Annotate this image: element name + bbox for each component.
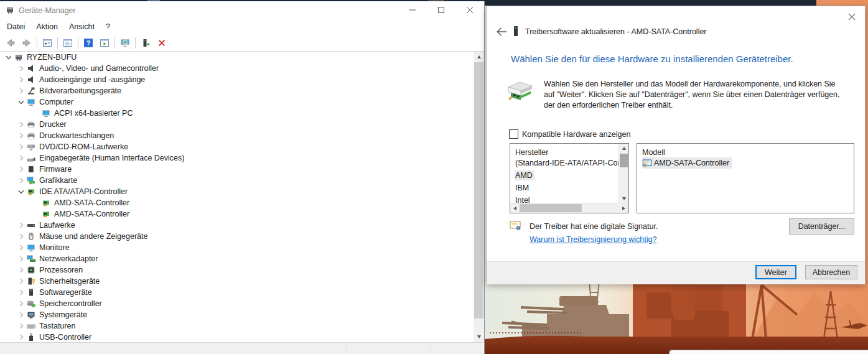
chevron-right-icon[interactable] xyxy=(16,321,26,331)
chevron-right-icon[interactable] xyxy=(16,75,26,85)
manufacturer-item[interactable]: AMD xyxy=(515,169,628,182)
back-button[interactable] xyxy=(2,35,19,50)
chevron-right-icon[interactable] xyxy=(16,287,26,297)
window-title: Geräte-Manager xyxy=(19,6,76,15)
chevron-right-icon[interactable] xyxy=(16,332,26,342)
scroll-up-button[interactable] xyxy=(619,144,628,153)
uninstall-device-button[interactable] xyxy=(154,35,170,50)
tree-item[interactable]: IDE ATA/ATAPI-Controller xyxy=(0,186,474,197)
tree-item[interactable]: Speichercontroller xyxy=(0,298,474,309)
chevron-right-icon[interactable] xyxy=(16,276,26,286)
background-window-edge xyxy=(669,350,868,354)
cancel-button[interactable]: Abbrechen xyxy=(805,265,857,279)
tree-item[interactable]: Monitore xyxy=(0,242,474,253)
tree-item[interactable]: AMD-SATA-Controller xyxy=(0,197,474,208)
tree-item[interactable]: Prozessoren xyxy=(0,264,474,276)
scroll-left-button[interactable] xyxy=(510,203,520,213)
monitor-icon xyxy=(26,97,36,107)
chevron-right-icon[interactable] xyxy=(16,243,26,253)
tree-item[interactable]: Eingabegeräte (Human Interface Devices) xyxy=(0,152,474,164)
chevron-right-icon[interactable] xyxy=(16,63,26,73)
scan-hardware-changes-button[interactable] xyxy=(117,35,133,50)
show-console-tree-button[interactable] xyxy=(39,35,55,50)
help-button[interactable] xyxy=(80,35,96,50)
manufacturer-vscrollbar[interactable] xyxy=(618,144,628,203)
chevron-right-icon[interactable] xyxy=(16,153,26,163)
title-bar[interactable]: Geräte-Manager xyxy=(0,1,484,19)
chevron-right-icon[interactable] xyxy=(16,86,26,96)
tree-item[interactable]: Grafikkarte xyxy=(0,175,474,186)
help-icon xyxy=(83,38,93,48)
tree-item[interactable]: AMD-SATA-Controller xyxy=(0,208,474,220)
close-button[interactable] xyxy=(455,1,484,19)
scroll-up-button[interactable] xyxy=(474,52,484,62)
chevron-down-icon[interactable] xyxy=(16,97,26,107)
menu-aktion[interactable]: Aktion xyxy=(30,21,63,33)
scroll-right-button[interactable] xyxy=(619,203,628,213)
chevron-right-icon[interactable] xyxy=(16,164,26,174)
menu-hilfe[interactable]: ? xyxy=(100,21,116,33)
chevron-right-icon[interactable] xyxy=(16,220,26,230)
chevron-down-icon[interactable] xyxy=(4,52,14,62)
tree-item[interactable]: Mäuse und andere Zeigegeräte xyxy=(0,231,474,242)
back-button[interactable] xyxy=(495,26,508,37)
model-item-amd-sata-controller[interactable]: AMD-SATA-Controller xyxy=(642,157,854,169)
scrollbar-thumb[interactable] xyxy=(620,154,628,167)
chevron-right-icon[interactable] xyxy=(16,119,26,129)
tree-item[interactable]: Bildverarbeitungsgeräte xyxy=(0,85,474,96)
tree-item[interactable]: Sicherheitsgeräte xyxy=(0,276,474,287)
chevron-right-icon[interactable] xyxy=(16,131,26,141)
scroll-down-button[interactable] xyxy=(474,332,484,342)
export-list-button[interactable] xyxy=(96,35,113,50)
forward-button[interactable] xyxy=(19,35,35,50)
dialog-close-button[interactable] xyxy=(846,11,857,22)
tree-item[interactable]: Audioeingänge und -ausgänge xyxy=(0,74,474,85)
tree-item[interactable]: DVD/CD-ROM-Laufwerke xyxy=(0,141,474,152)
tree-scrollbar[interactable] xyxy=(474,52,484,342)
chevron-right-icon[interactable] xyxy=(16,142,26,152)
driver-signing-link[interactable]: Warum ist Treibersignierung wichtig? xyxy=(530,235,656,244)
model-listbox[interactable]: Modell AMD-SATA-Controller xyxy=(637,143,854,213)
update-driver-button[interactable] xyxy=(138,35,154,50)
tree-item[interactable]: Laufwerke xyxy=(0,220,474,231)
scrollbar-thumb[interactable] xyxy=(474,62,483,319)
tree-item[interactable]: Computer xyxy=(0,96,474,108)
checkbox-label[interactable]: Kompatible Hardware anzeigen xyxy=(522,130,630,139)
minimize-button[interactable] xyxy=(398,1,427,19)
speaker-icon xyxy=(26,75,36,85)
tree-item[interactable]: ACPI x64-basierter PC xyxy=(0,108,474,119)
manufacturer-item[interactable]: IBM xyxy=(515,182,628,194)
tree-item[interactable]: Tastaturen xyxy=(0,320,474,332)
manufacturer-item[interactable]: (Standard-IDE-ATA/ATAPI-Contro xyxy=(515,157,628,169)
tree-item[interactable]: Firmware xyxy=(0,164,474,175)
chevron-right-icon[interactable] xyxy=(16,299,26,309)
scroll-down-button[interactable] xyxy=(619,194,628,203)
chevron-right-icon[interactable] xyxy=(16,254,26,264)
maximize-button[interactable] xyxy=(427,1,455,19)
expander-slot xyxy=(31,108,41,118)
chevron-right-icon[interactable] xyxy=(16,265,26,275)
tree-item[interactable]: USB-Controller xyxy=(0,332,474,342)
menu-ansicht[interactable]: Ansicht xyxy=(63,21,100,33)
tree-item[interactable]: Druckwarteschlangen xyxy=(0,130,474,141)
cpu-icon xyxy=(26,265,36,275)
manufacturer-hscrollbar[interactable] xyxy=(510,203,628,213)
have-disk-button[interactable]: Datenträger... xyxy=(789,218,854,235)
tree-item[interactable]: Drucker xyxy=(0,119,474,130)
tree-item[interactable]: Systemgeräte xyxy=(0,309,474,320)
tree-item[interactable]: Softwaregeräte xyxy=(0,287,474,298)
next-button[interactable]: Weiter xyxy=(755,265,796,279)
maximize-icon xyxy=(438,7,444,13)
properties-button[interactable] xyxy=(60,35,76,50)
tree-item[interactable]: Audio-, Video- und Gamecontroller xyxy=(0,63,474,74)
scrollbar-thumb[interactable] xyxy=(520,204,582,212)
menu-datei[interactable]: Datei xyxy=(1,21,30,33)
chevron-right-icon[interactable] xyxy=(16,175,26,185)
tree-item[interactable]: RYZEN-BUFU xyxy=(0,52,474,63)
chevron-right-icon[interactable] xyxy=(16,231,26,241)
compatible-hardware-checkbox[interactable] xyxy=(509,129,518,139)
manufacturer-listbox[interactable]: Hersteller (Standard-IDE-ATA/ATAPI-Contr… xyxy=(510,143,629,213)
tree-item[interactable]: Netzwerkadapter xyxy=(0,253,474,264)
chevron-right-icon[interactable] xyxy=(16,310,26,320)
chevron-down-icon[interactable] xyxy=(16,187,26,197)
